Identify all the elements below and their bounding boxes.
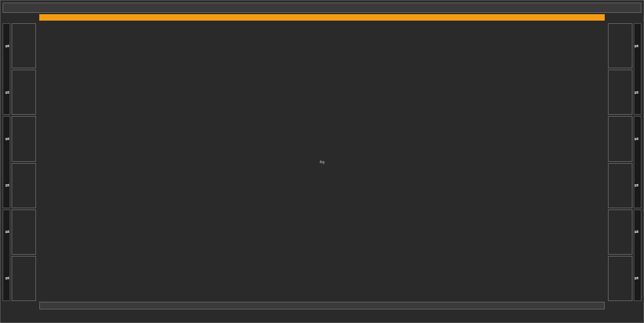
l2-cache-row: ⇆ [39,151,605,174]
hbm2-stack [3,116,10,208]
high-speed-hub [39,302,605,309]
right-memory-column [606,23,641,301]
memory-controller [608,256,632,301]
memory-controller [12,163,36,208]
crossbar-icon: ⇆ [319,159,325,166]
hbm2-stack [634,23,641,115]
gpc-row-top [39,23,605,149]
memory-controller [12,256,36,301]
hbm2-stack [634,116,641,208]
memory-controller [12,210,36,255]
gpc-row-bottom [39,176,605,302]
hbm2-stack [3,23,10,115]
memory-controller [12,23,36,68]
gpu-core: ⇆ [39,23,605,301]
memory-controller [608,116,632,161]
gigathread-engine [39,14,605,21]
left-memory-column [3,23,38,301]
gpu-die-diagram: ⇆ [0,0,644,323]
hbm2-stack [3,210,10,301]
memory-controller [12,116,36,161]
memory-controller [608,70,632,115]
hbm2-stack [634,210,641,301]
memory-controller [608,163,632,208]
memory-controller [12,70,36,115]
memory-controller [608,210,632,255]
nvlink-row [8,311,636,320]
memory-controller [608,23,632,68]
pcie-host-interface [3,3,641,13]
